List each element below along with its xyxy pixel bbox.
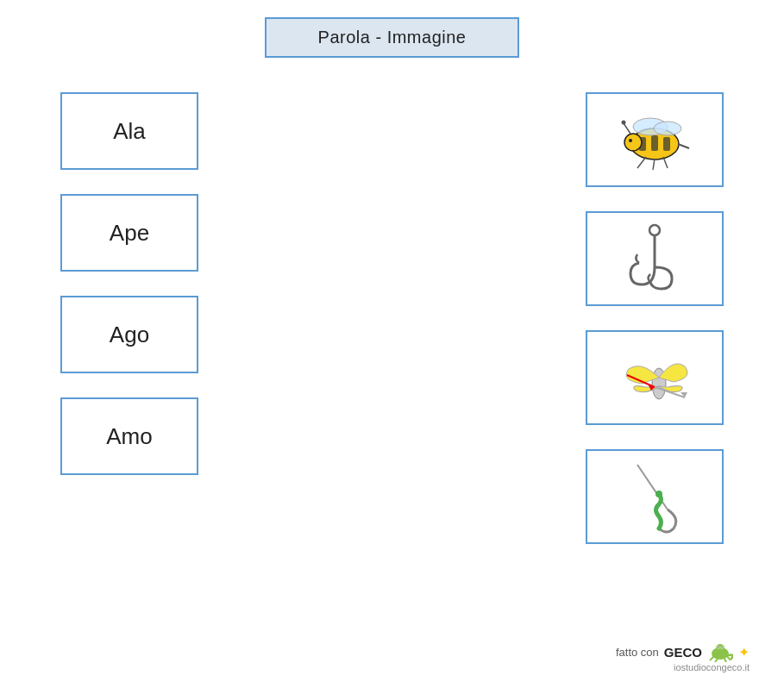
svg-point-24	[716, 644, 724, 653]
svg-line-32	[727, 656, 731, 660]
svg-line-29	[710, 656, 714, 660]
svg-point-22	[655, 491, 662, 497]
butterfly-needle-icon	[603, 339, 706, 416]
image-box-hook[interactable]	[586, 211, 724, 306]
svg-line-12	[624, 123, 630, 134]
svg-point-4	[624, 134, 642, 151]
svg-point-7	[654, 122, 681, 135]
svg-point-28	[721, 647, 722, 647]
footer: fatto con GECO ✦ iostudiocongeco.	[616, 641, 750, 672]
footer-url: iostudiocongeco.it	[674, 662, 750, 672]
svg-point-13	[622, 121, 626, 125]
title-label: Parola - Immagine	[265, 17, 520, 58]
footer-text: fatto con	[616, 646, 659, 659]
image-box-fishhook-worm[interactable]	[586, 449, 724, 544]
image-box-butterfly-needle[interactable]	[586, 330, 724, 425]
gecko-icon	[707, 641, 733, 662]
svg-rect-2	[651, 135, 658, 151]
word-box-ala[interactable]: Ala	[60, 92, 198, 170]
word-label-amo: Amo	[106, 423, 152, 450]
star-icon: ✦	[738, 644, 750, 660]
svg-line-21	[637, 465, 668, 510]
word-box-ape[interactable]: Ape	[60, 194, 198, 272]
svg-point-27	[718, 647, 718, 647]
hook-icon	[603, 220, 706, 297]
fishhook-worm-icon	[603, 458, 706, 535]
page: Parola - Immagine Ala Ape Ago Amo	[0, 0, 784, 688]
word-label-ala: Ala	[113, 118, 146, 145]
images-column	[586, 92, 724, 544]
words-column: Ala Ape Ago Amo	[60, 92, 198, 544]
content-area: Ala Ape Ago Amo	[34, 92, 750, 544]
word-label-ape: Ape	[110, 220, 149, 247]
image-box-bee[interactable]	[586, 92, 724, 187]
footer-row: fatto con GECO ✦	[616, 641, 750, 662]
svg-point-5	[629, 139, 632, 142]
footer-brand: GECO	[664, 645, 702, 660]
svg-line-8	[637, 157, 646, 168]
svg-line-11	[678, 144, 689, 148]
title-box: Parola - Immagine	[34, 17, 750, 58]
word-label-ago: Ago	[110, 322, 149, 348]
svg-line-9	[653, 159, 655, 170]
word-box-amo[interactable]: Amo	[60, 397, 198, 475]
svg-rect-3	[663, 137, 670, 151]
word-box-ago[interactable]: Ago	[60, 296, 198, 373]
svg-point-14	[649, 225, 660, 235]
bee-icon	[603, 101, 706, 178]
